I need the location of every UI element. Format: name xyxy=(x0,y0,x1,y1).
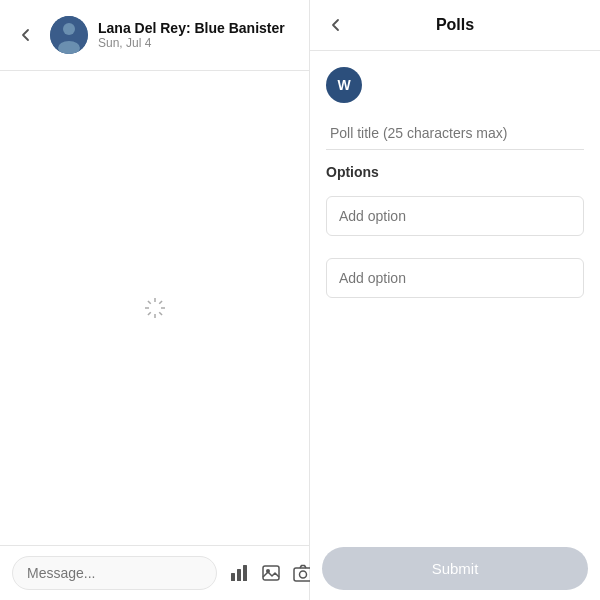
avatar xyxy=(50,16,88,54)
options-section: Options xyxy=(326,164,584,182)
option2-input[interactable] xyxy=(339,270,571,286)
submit-button[interactable]: Submit xyxy=(322,547,588,590)
svg-line-6 xyxy=(159,312,162,315)
polls-footer: Submit xyxy=(310,537,600,600)
option1-input[interactable] xyxy=(339,208,571,224)
svg-line-9 xyxy=(147,312,150,315)
back-button-left[interactable] xyxy=(12,21,40,49)
user-avatar: W xyxy=(326,67,362,103)
svg-line-10 xyxy=(159,301,162,304)
chart-icon[interactable] xyxy=(227,561,251,585)
option1-wrapper xyxy=(326,196,584,236)
image-icon[interactable] xyxy=(259,561,283,585)
svg-rect-12 xyxy=(237,569,241,581)
svg-rect-11 xyxy=(231,573,235,581)
svg-rect-13 xyxy=(243,565,247,581)
chat-info: Lana Del Rey: Blue Banister Sun, Jul 4 xyxy=(98,20,285,50)
chat-content xyxy=(0,71,309,545)
svg-point-1 xyxy=(63,23,75,35)
left-header: Lana Del Rey: Blue Banister Sun, Jul 4 xyxy=(0,0,309,71)
loading-spinner xyxy=(143,296,167,320)
poll-title-input[interactable] xyxy=(326,117,584,150)
chat-title: Lana Del Rey: Blue Banister xyxy=(98,20,285,36)
chat-date: Sun, Jul 4 xyxy=(98,36,285,50)
message-input[interactable] xyxy=(12,556,217,590)
right-panel: Polls W Options Submit xyxy=(310,0,600,600)
svg-point-17 xyxy=(300,571,307,578)
back-button-right[interactable] xyxy=(322,11,350,39)
option2-wrapper xyxy=(326,258,584,298)
svg-line-5 xyxy=(147,301,150,304)
svg-rect-14 xyxy=(263,566,279,580)
options-label: Options xyxy=(326,164,584,180)
polls-form: W Options xyxy=(310,51,600,537)
polls-title: Polls xyxy=(436,16,474,34)
left-panel: Lana Del Rey: Blue Banister Sun, Jul 4 xyxy=(0,0,310,600)
message-toolbar xyxy=(0,545,309,600)
polls-header: Polls xyxy=(310,0,600,51)
